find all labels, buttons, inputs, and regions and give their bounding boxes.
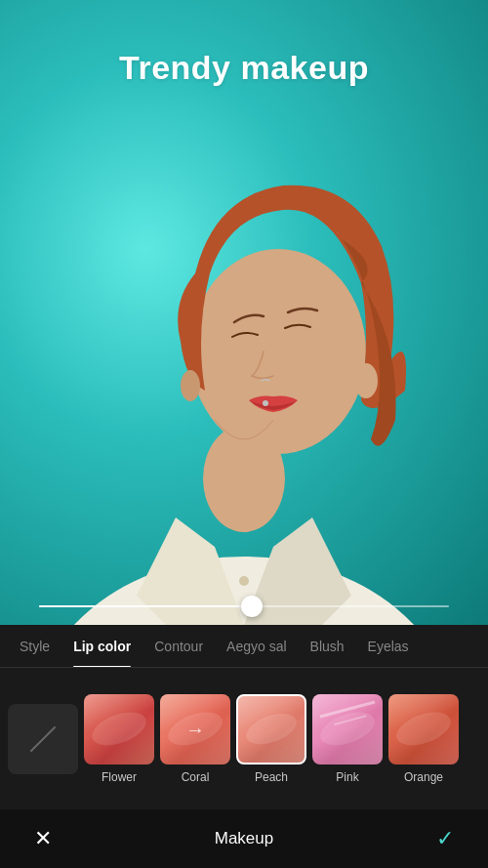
- close-button[interactable]: ✕: [27, 823, 59, 854]
- category-tabs: Style Lip color Contour Aegyo sal Blush …: [0, 625, 488, 668]
- intensity-slider[interactable]: [39, 605, 449, 607]
- slider-thumb[interactable]: [241, 596, 263, 617]
- svg-point-2: [190, 249, 366, 454]
- bottom-panel: Style Lip color Contour Aegyo sal Blush …: [0, 625, 488, 868]
- swatches-row: Flower → Coral Peach Pink Orange: [0, 668, 488, 809]
- swatch-none[interactable]: [8, 704, 78, 774]
- confirm-button[interactable]: ✓: [429, 823, 461, 854]
- person-image: [0, 31, 488, 625]
- slider-track: [39, 605, 449, 607]
- tab-style[interactable]: Style: [8, 625, 61, 668]
- none-icon: [30, 725, 57, 752]
- slider-fill: [39, 605, 252, 607]
- main-title: Trendy makeup: [0, 49, 488, 87]
- tab-eyelash[interactable]: Eyelas: [356, 625, 421, 668]
- swatch-orange[interactable]: Orange: [388, 694, 459, 784]
- tab-aegyo-sal[interactable]: Aegyo sal: [215, 625, 298, 668]
- svg-point-6: [239, 576, 249, 586]
- swatch-pink[interactable]: Pink: [312, 694, 383, 784]
- tab-blush[interactable]: Blush: [299, 625, 356, 668]
- svg-point-0: [29, 557, 459, 625]
- swatch-coral[interactable]: → Coral: [160, 694, 230, 784]
- tab-lip-color[interactable]: Lip color: [61, 625, 142, 668]
- svg-point-5: [181, 370, 200, 401]
- photo-area: Trendy makeup: [0, 0, 488, 625]
- action-bar: ✕ Makeup ✓: [0, 809, 488, 868]
- swatch-peach[interactable]: Peach: [236, 694, 306, 784]
- swatch-flower[interactable]: Flower: [84, 694, 154, 784]
- svg-point-3: [263, 400, 268, 406]
- action-title: Makeup: [215, 829, 273, 848]
- tab-contour[interactable]: Contour: [142, 625, 215, 668]
- svg-point-4: [354, 363, 378, 398]
